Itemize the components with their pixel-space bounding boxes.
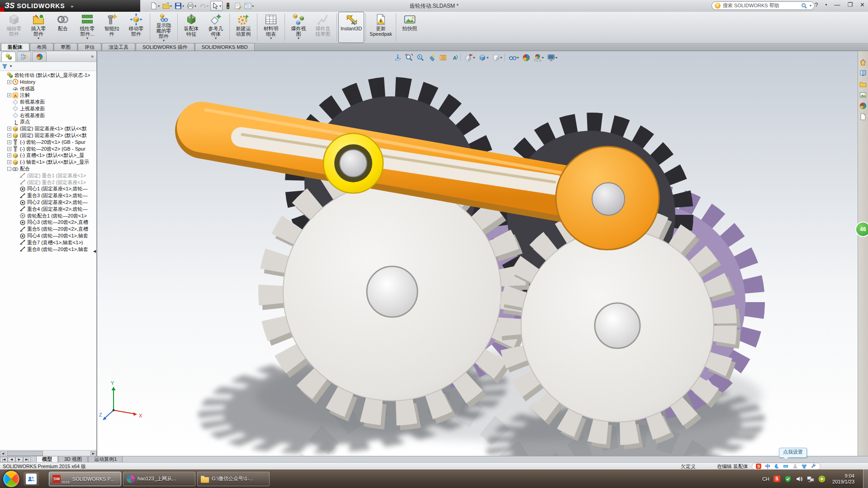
show-desktop-button[interactable]	[863, 469, 868, 488]
view-tool-button[interactable]: ▾	[416, 53, 425, 62]
search-icon[interactable]	[801, 3, 807, 9]
ribbon-button[interactable]: 爆炸直 线草图 ▾	[311, 12, 335, 43]
dropdown-arrow-icon[interactable]: ▾	[252, 4, 254, 8]
language-indicator[interactable]: CH	[762, 476, 769, 482]
tab-scroll-prev-icon[interactable]: ◀	[8, 457, 15, 462]
tree-expander[interactable]: +	[7, 140, 11, 144]
ime-settings-wrench-icon[interactable]	[811, 464, 816, 469]
manager-overflow-chevron[interactable]: »	[91, 53, 94, 59]
graphics-viewport[interactable]: X Y Z ▾	[97, 51, 858, 456]
command-tab[interactable]: SOLIDWORKS 插件	[136, 43, 194, 51]
tree-item[interactable]: 上视基准面	[0, 105, 96, 112]
quick-tool-button[interactable]: ▾	[223, 1, 232, 10]
view-tool-button[interactable]: ▾	[533, 53, 545, 62]
help-button[interactable]: ?	[813, 1, 819, 8]
filter-dropdown-icon[interactable]: ▼	[9, 64, 13, 68]
tree-expander[interactable]: +	[7, 153, 11, 157]
pinned-app-button[interactable]	[24, 472, 39, 486]
ribbon-button[interactable]: Instant3D ▾	[338, 12, 364, 43]
quick-tool-button[interactable]: ▾	[161, 1, 173, 10]
tree-item[interactable]: 同心3 (齿轮—20齿<2>,直槽	[0, 219, 96, 226]
volume-icon[interactable]	[796, 475, 803, 483]
ribbon-button[interactable]: 移动零 部件 ▾	[124, 12, 148, 43]
model-tab[interactable]: 3D 视图	[58, 456, 88, 463]
tree-item[interactable]: + (固定) 固定基座<1> (默认<<默	[0, 125, 96, 132]
manager-tab[interactable]	[17, 52, 31, 62]
dropdown-arrow-icon[interactable]: ▾	[473, 56, 475, 60]
command-tab[interactable]: 评估	[78, 43, 101, 51]
view-tool-button[interactable]: ▾	[522, 53, 531, 62]
view-tool-button[interactable]: ▾	[438, 53, 448, 62]
dropdown-arrow-icon[interactable]: ▾	[38, 37, 39, 40]
quick-tool-button[interactable]: ▾	[174, 1, 185, 10]
ribbon-button[interactable]: 新建运 动算例 ▾	[231, 12, 256, 43]
dropdown-arrow-icon[interactable]: ▾	[219, 4, 221, 8]
dropdown-arrow-icon[interactable]: ▾	[298, 37, 299, 40]
quick-tool-button[interactable]: ▾	[243, 1, 255, 10]
tree-expander[interactable]: -	[7, 167, 11, 171]
tree-item[interactable]: 前视基准面	[0, 99, 96, 105]
manager-tab[interactable]	[1, 52, 16, 62]
dropdown-arrow-icon[interactable]: ▾	[487, 56, 489, 60]
dropdown-arrow-icon[interactable]: ▾	[500, 56, 502, 60]
task-pane-tab[interactable]	[859, 91, 867, 99]
ribbon-button[interactable]: 配合 ▾	[51, 12, 75, 43]
view-tool-button[interactable]: ▾	[450, 53, 459, 62]
view-tool-button[interactable]: ▾	[427, 53, 436, 62]
command-tab[interactable]: SOLIDWORKS MBD	[195, 43, 255, 51]
tree-horizontal-scrollbar[interactable]: ◀ ▶	[0, 450, 96, 456]
view-tool-button[interactable]: ▾	[404, 53, 414, 62]
ribbon-button[interactable]: 拍快照 ▾	[398, 12, 422, 43]
dropdown-arrow-icon[interactable]: ▾	[170, 4, 172, 8]
scrollbar-thumb[interactable]	[7, 451, 43, 456]
restore-button[interactable]: ❐	[846, 1, 854, 8]
tree-item[interactable]: + 注解	[0, 92, 96, 99]
task-pane-tab[interactable]	[859, 69, 867, 77]
tree-item[interactable]: 原点	[0, 119, 96, 126]
tree-expander[interactable]: +	[7, 93, 11, 97]
app-logo[interactable]: ЗS SOLIDWORKS ▸	[0, 0, 140, 12]
tree-item[interactable]: + (固定) 固定基座<2> (默认<<默	[0, 132, 96, 139]
search-input[interactable]: 搜索 SOLIDWORKS 帮助	[723, 2, 799, 9]
quick-tool-button[interactable]: ▾	[210, 1, 223, 11]
taskbar-app-button[interactable]: hao123_上网从...	[123, 472, 195, 486]
tree-expander[interactable]: +	[7, 80, 11, 84]
ime-night-mode-icon[interactable]	[774, 464, 779, 469]
view-tool-button[interactable]: ▾	[508, 53, 520, 62]
ime-keyboard-icon[interactable]	[783, 464, 788, 469]
sogou-logo-icon[interactable]: S	[756, 464, 761, 469]
ribbon-button[interactable]: 更新 Speedpak ▾	[367, 12, 394, 43]
ribbon-button[interactable]: 插入零 部件 ▾	[26, 12, 51, 43]
tree-item[interactable]: + (-) 齿轮—20齿<1> (GB - Spur	[0, 139, 96, 146]
ime-skin-icon[interactable]	[802, 464, 807, 469]
taskbar-app-button[interactable]: G:\微信公众号\1-...	[197, 472, 270, 486]
scroll-right-icon[interactable]: ▶	[90, 451, 96, 456]
dropdown-arrow-icon[interactable]: ▾	[207, 4, 209, 8]
ime-language-toggle[interactable]: 中	[765, 463, 770, 470]
clock[interactable]: 9:04 2019/1/23	[832, 473, 854, 485]
search-dropdown-icon[interactable]: ▾	[810, 4, 811, 8]
notification-badge[interactable]: 46	[855, 222, 868, 237]
minimize-button[interactable]: —	[833, 1, 841, 8]
tree-item[interactable]: (固定) 重合1 (固定基座<1>	[0, 172, 96, 179]
ribbon-button[interactable]: 显示隐 藏的零 部件 ▾	[152, 12, 176, 43]
view-tool-button[interactable]: ▾	[393, 53, 403, 62]
dropdown-arrow-icon[interactable]: ▾	[182, 4, 184, 8]
ime-toolbar[interactable]: S 中	[752, 463, 821, 470]
task-pane-tab[interactable]	[859, 80, 867, 88]
dropdown-arrow-icon[interactable]: ▾	[86, 37, 88, 40]
model-tab[interactable]: 运动算例1	[88, 456, 123, 463]
tree-item[interactable]: 重合3 (固定基座<1>,齿轮—	[0, 192, 96, 199]
dropdown-arrow-icon[interactable]: ▾	[163, 39, 165, 43]
command-tab[interactable]: 装配体	[1, 43, 29, 51]
view-tool-button[interactable]: ▾	[491, 53, 503, 62]
tree-item[interactable]: 重合7 (直槽<1>,轴套<1>)	[0, 239, 96, 246]
tab-scroll-last-icon[interactable]: ▶|	[23, 457, 31, 462]
quick-tool-button[interactable]: ▾	[233, 1, 242, 10]
dropdown-arrow-icon[interactable]: ▾	[194, 4, 196, 8]
ribbon-button[interactable]: 材料明 细表 ▾	[259, 12, 283, 43]
task-pane-tab[interactable]	[859, 102, 867, 109]
tree-item[interactable]: + (-) 齿轮—20齿<2> (GB - Spur	[0, 146, 96, 152]
dropdown-arrow-icon[interactable]: ▾	[542, 56, 544, 60]
network-icon[interactable]	[807, 475, 814, 483]
